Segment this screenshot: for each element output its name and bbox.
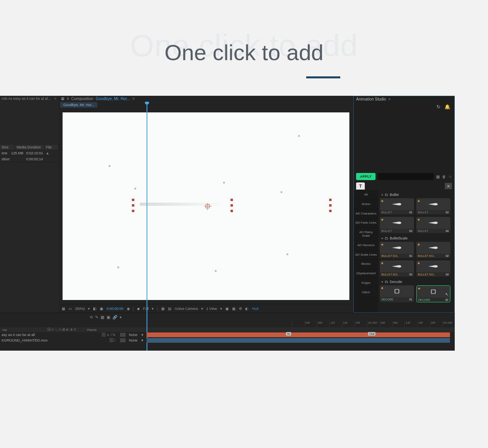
dropdown-icon[interactable]: ▾: [152, 307, 154, 311]
apply-button[interactable]: APPLY: [356, 173, 376, 180]
category-item[interactable]: AD Rainy Scale: [354, 228, 378, 241]
switch-icon[interactable]: 🄰: [48, 328, 51, 332]
switch-icon[interactable]: ◑: [70, 328, 72, 332]
parent-dropdown[interactable]: None: [129, 338, 137, 342]
grid-icon[interactable]: ▦: [62, 307, 65, 311]
col-size[interactable]: Size: [0, 144, 15, 150]
dropdown-icon[interactable]: ▾: [220, 307, 222, 311]
channel-icon[interactable]: ◆: [137, 307, 140, 311]
roi-icon[interactable]: ▣: [100, 307, 103, 311]
star-icon[interactable]: ★: [381, 261, 384, 265]
parent-pick-icon[interactable]: [120, 338, 126, 342]
col-file[interactable]: File: [44, 144, 59, 150]
view-dropdown[interactable]: 1 View: [206, 307, 217, 311]
screen-icon[interactable]: ▭: [69, 307, 72, 311]
switch-icon[interactable]: ＼: [55, 328, 58, 332]
tab-menu-icon[interactable]: ≡: [132, 97, 134, 101]
history-icon[interactable]: ↻: [437, 104, 440, 110]
timeline-layer-row[interactable]: asy as it can be at all 🄰 ⚹ / fx None ▾ …: [0, 332, 455, 338]
project-row[interactable]: ime 125 MB 0:02:10:01 ▲: [0, 150, 59, 156]
category-item[interactable]: AD Fade Lines: [354, 218, 378, 228]
composition-subtab[interactable]: Goodbye, Mr. Hor...: [60, 102, 97, 108]
tl-icon[interactable]: ▾: [120, 315, 122, 319]
preset-bulletscl-01[interactable]: ★ BULLET SCL01: [380, 242, 414, 258]
preset-bullet-03[interactable]: ★ BULLET03: [380, 217, 414, 233]
star-icon[interactable]: ★: [417, 261, 420, 265]
search-input[interactable]: [378, 173, 434, 180]
tl-icon[interactable]: 🔗: [112, 315, 117, 319]
viewer-area[interactable]: [59, 108, 353, 304]
preset-bullet-04[interactable]: ★ BULLET04: [416, 217, 450, 233]
dropdown-icon[interactable]: ▾: [201, 307, 203, 311]
snapshot-icon[interactable]: ◉: [127, 307, 130, 311]
star-icon[interactable]: ★: [417, 218, 420, 222]
parent-dropdown[interactable]: None: [129, 333, 137, 337]
folder-header[interactable]: 🗀 Bullet: [380, 192, 453, 198]
composition-name[interactable]: Goodbye, Mr. Hor...: [96, 97, 130, 101]
star-icon[interactable]: ★: [417, 243, 420, 247]
switch-icon[interactable]: ▦: [62, 328, 65, 332]
preset-bullet-02[interactable]: ★ BULLET02: [416, 198, 450, 215]
in-marker[interactable]: In: [286, 332, 291, 336]
layer-bar[interactable]: In Out: [147, 332, 450, 337]
category-item[interactable]: Glitch: [354, 288, 378, 298]
folder-header[interactable]: 🗀 Decode: [380, 279, 453, 285]
exposure-icon[interactable]: ◐: [245, 307, 248, 311]
composition-canvas[interactable]: [63, 112, 349, 300]
time-ruler[interactable]: 04f 08f 12f 16f 20f 01:00f 04f 08f 12f 1…: [292, 321, 455, 327]
category-item[interactable]: AD Characters: [354, 209, 378, 219]
exposure-value[interactable]: +0,0: [252, 307, 259, 311]
trash-icon[interactable]: 🗑: [442, 175, 446, 179]
layer-icon[interactable]: ▦: [61, 97, 65, 101]
guides-icon[interactable]: ▤: [168, 307, 172, 311]
category-item[interactable]: Action: [354, 200, 378, 209]
switch-icon[interactable]: fx: [59, 328, 61, 332]
category-item[interactable]: Edges: [354, 279, 378, 288]
snapshot-icon[interactable]: 6: [67, 97, 69, 101]
star-icon[interactable]: ★: [417, 287, 421, 290]
mask-icon[interactable]: ◧: [93, 307, 97, 311]
category-item[interactable]: AD Scale Lines: [354, 251, 378, 260]
preset-bulletscl-04[interactable]: ★ BULLET SCL04: [416, 260, 450, 277]
tl-icon[interactable]: ✎: [95, 315, 98, 319]
parent-pick-icon[interactable]: [120, 333, 126, 337]
category-item[interactable]: Displacement: [354, 269, 378, 279]
category-item[interactable]: All: [354, 190, 378, 200]
3d-icon[interactable]: ▣: [225, 307, 229, 311]
star-icon[interactable]: ★: [381, 286, 384, 290]
category-item[interactable]: Blocks: [354, 260, 378, 269]
tl-icon[interactable]: ▣: [107, 315, 110, 319]
panel-chevron-icon[interactable]: »: [54, 97, 56, 101]
star-icon[interactable]: ★: [417, 199, 420, 203]
switch-icon[interactable]: ⚹: [51, 328, 54, 332]
fast-preview-icon[interactable]: ⚙: [239, 307, 242, 311]
timecode[interactable]: 0:00:00:00: [107, 307, 124, 311]
timeline-layer-row[interactable]: KGROUND_ANIMATED.mov 🄰 / None ▾: [0, 338, 455, 343]
notification-icon[interactable]: 🔔: [444, 104, 450, 110]
category-item[interactable]: AD Random: [354, 241, 378, 251]
dropdown-icon[interactable]: ▾: [88, 307, 90, 311]
panel-menu-icon[interactable]: ≡: [389, 97, 391, 101]
pixel-icon[interactable]: ▦: [232, 307, 236, 311]
star-icon[interactable]: ★: [381, 218, 384, 222]
resolution-dropdown[interactable]: Full: [143, 307, 149, 311]
camera-dropdown[interactable]: Active Camera: [175, 307, 198, 311]
preset-bulletscl-03[interactable]: ★ BULLET SCL03: [380, 260, 414, 277]
zoom-level[interactable]: (50%): [75, 307, 85, 311]
panel-tab-effect-controls[interactable]: rols As easy as it can be at al... »: [0, 96, 59, 101]
close-icon[interactable]: ✕: [445, 183, 452, 189]
switch-icon[interactable]: ◔: [73, 328, 76, 332]
preset-decode-01[interactable]: ★ DECODE01: [380, 285, 414, 302]
star-icon[interactable]: ★: [381, 199, 384, 203]
text-type-tab[interactable]: T: [356, 182, 365, 190]
favorite-icon[interactable]: ☆: [448, 175, 452, 179]
preset-bullet-01[interactable]: ★ BULLET01: [380, 198, 414, 215]
playhead[interactable]: [147, 103, 147, 351]
folder-header[interactable]: 🗀 BulletScale: [380, 235, 453, 242]
switch-icon[interactable]: ◐: [66, 328, 69, 332]
grid-view-icon[interactable]: ▦: [436, 175, 440, 179]
layer-bar[interactable]: [147, 338, 450, 343]
transparency-icon[interactable]: ▦: [161, 307, 165, 311]
out-marker[interactable]: Out: [368, 332, 376, 336]
preset-decode-02[interactable]: ★ ↖ DECODE02: [416, 285, 450, 302]
